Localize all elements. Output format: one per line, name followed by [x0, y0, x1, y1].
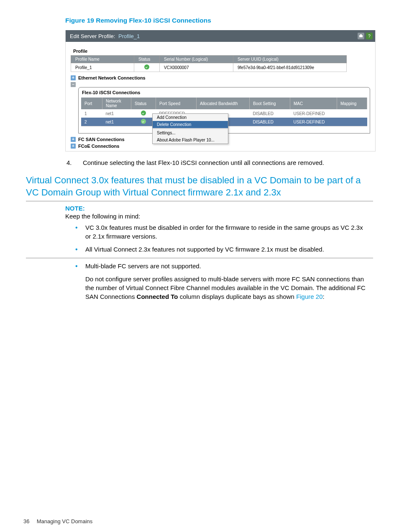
cell-boot: DISABLED	[250, 109, 290, 118]
list-item: Multi-blade FC servers are not supported…	[75, 262, 366, 270]
page-footer: 36 Managing VC Domains	[23, 518, 92, 524]
help-icon[interactable]: ?	[366, 33, 373, 39]
col-profile-name: Profile Name	[71, 56, 134, 63]
context-menu[interactable]: Add Connection Delete Connection Setting…	[152, 113, 228, 144]
horizontal-rule	[26, 201, 373, 201]
col-row-status: Status	[131, 98, 156, 109]
cell-map	[337, 118, 367, 126]
section-fcoe[interactable]: + FCoE Connections	[71, 144, 370, 149]
menu-about-flash[interactable]: About Adobe Flash Player 10...	[153, 136, 228, 144]
cell-boot: DISABLED	[250, 118, 290, 126]
body-paragraph: Do not configure server profiles assigne…	[85, 275, 366, 301]
note-label: NOTE:	[65, 205, 366, 212]
cell-port: 1	[81, 109, 102, 118]
col-port: Port	[81, 98, 102, 109]
flex10-title: Flex-10 iSCSI Connections	[81, 90, 367, 98]
menu-add-connection[interactable]: Add Connection	[153, 114, 228, 121]
cell-net: net1	[102, 109, 131, 118]
col-bandwidth: Allocated Bandwidth	[197, 98, 250, 109]
note-intro: Keep the following in mind:	[65, 213, 366, 220]
page-number: 36	[23, 518, 35, 524]
uuid-cell: 9fe57e3d-9ba0-4f21-bbef-81dd9121309e	[233, 63, 347, 72]
text: column displays duplicate bays as shown	[178, 293, 296, 300]
col-serial: Serial Number (Logical)	[160, 56, 233, 63]
figure-caption: Figure 19 Removing Flex-10 iSCSI Connect…	[65, 17, 376, 24]
section-label: FC SAN Connections	[78, 137, 125, 142]
col-status: Status	[134, 56, 160, 63]
note-bullets: VC 3.0x features must be disabled in ord…	[75, 223, 366, 254]
profile-table: Profile Name Status Serial Number (Logic…	[71, 55, 347, 72]
section-heading: Virtual Connect 3.0x features that must …	[26, 175, 373, 198]
col-speed: Port Speed	[156, 98, 197, 109]
cell-mac: USER-DEFINED	[290, 118, 337, 126]
step-4: Continue selecting the last Flex-10 iSCS…	[77, 158, 366, 167]
expand-icon[interactable]: +	[71, 137, 76, 142]
bold-text: Connected To	[137, 293, 178, 300]
figure-20-link[interactable]: Figure 20	[296, 293, 322, 300]
section-ethernet[interactable]: + Ethernet Network Connections	[71, 75, 370, 80]
list-item: VC 3.0x features must be disabled in ord…	[75, 223, 366, 241]
flex10-panel: Flex-10 iSCSI Connections Port Network N…	[78, 87, 370, 134]
col-boot: Boot Setting	[250, 98, 290, 109]
expand-icon[interactable]: +	[71, 75, 76, 80]
col-uuid: Server UUID (Logical)	[233, 56, 347, 63]
cell-port: 2	[81, 118, 102, 126]
menu-settings[interactable]: Settings...	[153, 129, 228, 136]
status-ok-icon	[141, 111, 146, 116]
expand-icon[interactable]: +	[71, 144, 76, 149]
section-label: Ethernet Network Connections	[78, 75, 146, 80]
text: :	[323, 293, 325, 300]
cell-map	[337, 109, 367, 118]
body-bullets: Multi-blade FC servers are not supported…	[75, 262, 366, 270]
screenshot-edit-server-profile: Edit Server Profile: Profile_1 ? Profile…	[65, 30, 376, 152]
section-label: FCoE Connections	[78, 144, 119, 149]
chapter-name: Managing VC Domains	[37, 518, 93, 524]
profile-name-cell[interactable]: Profile_1	[71, 63, 134, 72]
cell-net: net1	[102, 118, 131, 126]
menu-delete-connection[interactable]: Delete Connection	[153, 121, 228, 128]
profile-row: Profile_1 VCX0000007 9fe57e3d-9ba0-4f21-…	[71, 63, 347, 72]
window-titlebar: Edit Server Profile: Profile_1 ?	[66, 30, 375, 42]
status-ok-icon	[144, 64, 149, 69]
collapse-icon[interactable]: –	[71, 82, 76, 87]
procedure-list: Continue selecting the last Flex-10 iSCS…	[65, 158, 376, 167]
window-title-prefix: Edit Server Profile:	[70, 33, 115, 39]
col-network: Network Name	[102, 98, 131, 109]
status-ok-icon	[141, 119, 146, 124]
profile-link[interactable]: Profile_1	[118, 33, 140, 39]
col-mac: MAC	[290, 98, 337, 109]
svg-rect-1	[360, 34, 362, 36]
list-item: All Virtual Connect 2.3x features not su…	[75, 245, 366, 254]
serial-cell: VCX0000007	[160, 63, 233, 72]
col-mapping: Mapping	[337, 98, 367, 109]
print-icon[interactable]	[358, 33, 364, 39]
profile-section-title: Profile	[71, 47, 370, 55]
cell-mac: USER-DEFINED	[290, 109, 337, 118]
horizontal-rule	[26, 258, 373, 258]
